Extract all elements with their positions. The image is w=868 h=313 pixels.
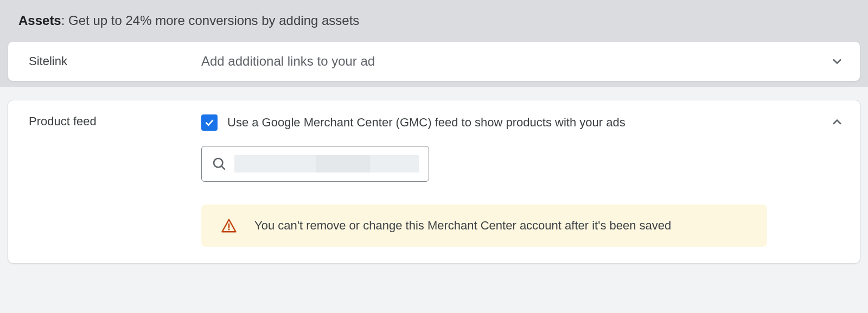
search-placeholder-redacted — [234, 155, 419, 173]
svg-point-3 — [228, 228, 229, 230]
assets-section: Assets: Get up to 24% more conversions b… — [0, 0, 868, 87]
product-feed-label: Product feed — [29, 114, 201, 129]
chevron-up-icon[interactable] — [829, 114, 845, 130]
assets-header-strong: Assets — [18, 13, 61, 28]
assets-header: Assets: Get up to 24% more conversions b… — [18, 13, 860, 28]
sitelink-card[interactable]: Sitelink Add additional links to your ad — [8, 41, 860, 81]
chevron-down-icon[interactable] — [829, 54, 845, 69]
product-feed-section: Product feed Use a Google Merchant Cente… — [8, 100, 860, 264]
search-icon — [212, 156, 227, 171]
product-feed-checkbox-row: Use a Google Merchant Center (GMC) feed … — [201, 114, 829, 131]
warning-banner: You can't remove or change this Merchant… — [201, 205, 767, 247]
warning-text: You can't remove or change this Merchant… — [254, 219, 671, 233]
product-feed-card: Product feed Use a Google Merchant Cente… — [8, 100, 860, 264]
use-gmc-feed-checkbox[interactable] — [201, 114, 218, 131]
svg-point-0 — [214, 158, 222, 167]
use-gmc-feed-label: Use a Google Merchant Center (GMC) feed … — [227, 116, 626, 130]
svg-line-1 — [221, 166, 225, 169]
sitelink-label: Sitelink — [29, 54, 201, 68]
warning-icon — [221, 218, 237, 234]
assets-header-rest: : Get up to 24% more conversions by addi… — [61, 13, 360, 28]
merchant-center-search-input[interactable] — [201, 146, 429, 182]
sitelink-description: Add additional links to your ad — [201, 54, 829, 69]
